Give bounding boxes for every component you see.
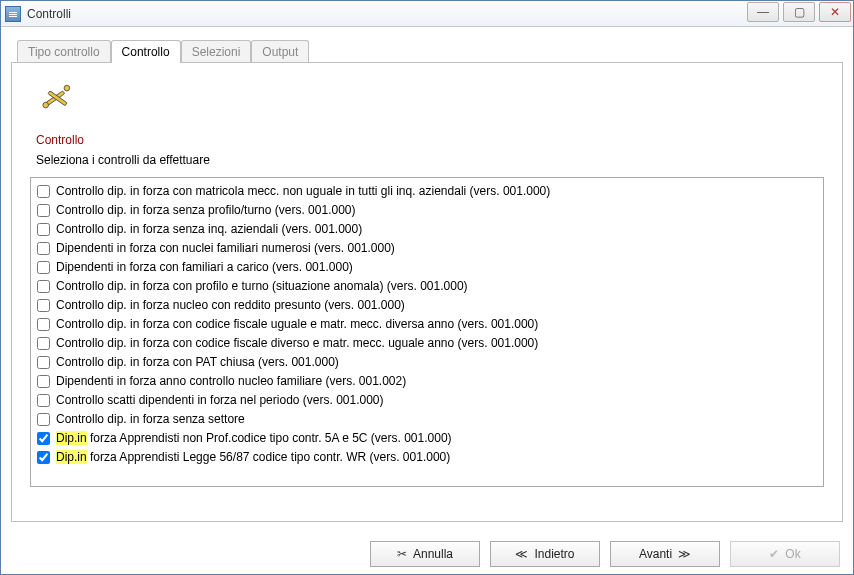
item-checkbox[interactable] [37, 337, 50, 350]
list-item[interactable]: Controllo dip. in forza senza profilo/tu… [37, 201, 817, 220]
list-item[interactable]: Controllo dip. in forza con codice fisca… [37, 334, 817, 353]
item-checkbox[interactable] [37, 299, 50, 312]
list-item[interactable]: Dipendenti in forza con familiari a cari… [37, 258, 817, 277]
item-checkbox[interactable] [37, 280, 50, 293]
tab-panel-controllo: Controllo Seleziona i controlli da effet… [11, 62, 843, 522]
item-label: Controllo dip. in forza con PAT chiusa (… [56, 354, 339, 371]
item-checkbox[interactable] [37, 432, 50, 445]
list-item[interactable]: Controllo dip. in forza senza inq. azien… [37, 220, 817, 239]
item-label: Dipendenti in forza anno controllo nucle… [56, 373, 406, 390]
item-checkbox[interactable] [37, 185, 50, 198]
list-item[interactable]: Controllo dip. in forza senza settore [37, 410, 817, 429]
item-label: Controllo dip. in forza con codice fisca… [56, 335, 538, 352]
list-item[interactable]: Dip.in forza Apprendisti Legge 56/87 cod… [37, 448, 817, 467]
ok-button: ✔ Ok [730, 541, 840, 567]
list-item[interactable]: Controllo dip. in forza con codice fisca… [37, 315, 817, 334]
list-item[interactable]: Dipendenti in forza anno controllo nucle… [37, 372, 817, 391]
highlighted-text: Dip.in [56, 450, 87, 464]
maximize-button[interactable]: ▢ [783, 2, 815, 22]
list-item[interactable]: Dip.in forza Apprendisti non Prof.codice… [37, 429, 817, 448]
tab-controllo[interactable]: Controllo [111, 40, 181, 63]
item-checkbox[interactable] [37, 356, 50, 369]
item-checkbox[interactable] [37, 318, 50, 331]
list-item[interactable]: Controllo dip. in forza con matricola me… [37, 182, 817, 201]
item-checkbox[interactable] [37, 451, 50, 464]
item-checkbox[interactable] [37, 413, 50, 426]
item-label: Controllo dip. in forza senza profilo/tu… [56, 202, 356, 219]
item-label: Controllo dip. in forza con matricola me… [56, 183, 550, 200]
footer-buttons: ✂ Annulla ≪ Indietro Avanti ≫ ✔ Ok [370, 541, 840, 567]
item-checkbox[interactable] [37, 375, 50, 388]
item-label: Controllo dip. in forza senza inq. azien… [56, 221, 362, 238]
list-item[interactable]: Dipendenti in forza con nuclei familiari… [37, 239, 817, 258]
tab-output[interactable]: Output [251, 40, 309, 63]
forward-icon: ≫ [678, 547, 691, 561]
title-bar: Controlli — ▢ ✕ [1, 1, 853, 27]
item-label: Dip.in forza Apprendisti non Prof.codice… [56, 430, 452, 447]
svg-point-2 [43, 102, 49, 108]
app-icon [5, 6, 21, 22]
section-title: Controllo [36, 133, 824, 147]
item-checkbox[interactable] [37, 223, 50, 236]
item-label: Controllo dip. in forza nucleo con reddi… [56, 297, 405, 314]
indietro-button[interactable]: ≪ Indietro [490, 541, 600, 567]
tab-bar: Tipo controllo Controllo Selezioni Outpu… [17, 39, 843, 62]
item-label: Controllo dip. in forza con profilo e tu… [56, 278, 468, 295]
item-checkbox[interactable] [37, 204, 50, 217]
cancel-icon: ✂ [397, 547, 407, 561]
annulla-label: Annulla [413, 547, 453, 561]
item-label: Controllo dip. in forza senza settore [56, 411, 245, 428]
close-button[interactable]: ✕ [819, 2, 851, 22]
item-checkbox[interactable] [37, 242, 50, 255]
item-checkbox[interactable] [37, 394, 50, 407]
list-item[interactable]: Controllo dip. in forza nucleo con reddi… [37, 296, 817, 315]
section-subtitle: Seleziona i controlli da effettuare [36, 153, 824, 167]
item-label: Dip.in forza Apprendisti Legge 56/87 cod… [56, 449, 450, 466]
list-item[interactable]: Controllo dip. in forza con profilo e tu… [37, 277, 817, 296]
svg-point-3 [64, 85, 70, 91]
item-label: Dipendenti in forza con familiari a cari… [56, 259, 353, 276]
tools-icon [40, 81, 74, 115]
avanti-button[interactable]: Avanti ≫ [610, 541, 720, 567]
item-label: Dipendenti in forza con nuclei familiari… [56, 240, 395, 257]
check-icon: ✔ [769, 547, 779, 561]
list-item[interactable]: Controllo scatti dipendenti in forza nel… [37, 391, 817, 410]
indietro-label: Indietro [534, 547, 574, 561]
annulla-button[interactable]: ✂ Annulla [370, 541, 480, 567]
window-title: Controlli [27, 7, 71, 21]
item-label: Controllo scatti dipendenti in forza nel… [56, 392, 384, 409]
avanti-label: Avanti [639, 547, 672, 561]
item-checkbox[interactable] [37, 261, 50, 274]
highlighted-text: Dip.in [56, 431, 87, 445]
minimize-button[interactable]: — [747, 2, 779, 22]
ok-label: Ok [785, 547, 800, 561]
tab-selezioni[interactable]: Selezioni [181, 40, 252, 63]
list-item[interactable]: Controllo dip. in forza con PAT chiusa (… [37, 353, 817, 372]
back-icon: ≪ [515, 547, 528, 561]
item-label: Controllo dip. in forza con codice fisca… [56, 316, 538, 333]
controls-listbox[interactable]: Controllo dip. in forza con matricola me… [30, 177, 824, 487]
tab-tipo-controllo[interactable]: Tipo controllo [17, 40, 111, 63]
